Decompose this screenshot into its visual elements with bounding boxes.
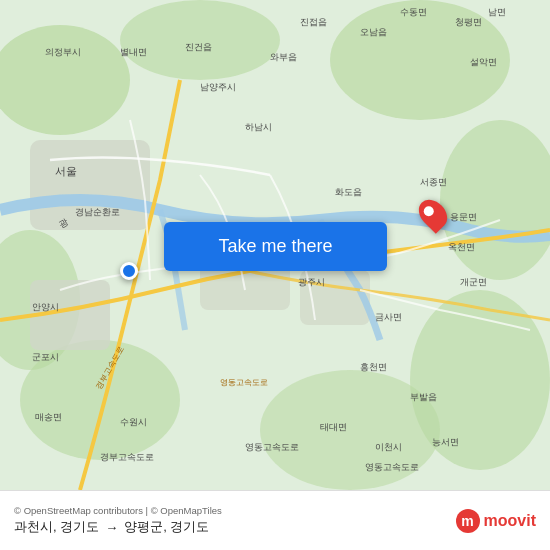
svg-text:안양시: 안양시 [32,302,59,312]
moovit-logo-text: moovit [484,512,536,530]
svg-text:태대면: 태대면 [320,422,347,432]
svg-text:서울: 서울 [55,165,77,177]
moovit-logo: m moovit [456,509,536,533]
svg-text:진접읍: 진접읍 [300,17,327,27]
svg-text:개군면: 개군면 [460,277,487,287]
take-me-there-button[interactable]: Take me there [164,222,387,271]
svg-text:수원시: 수원시 [120,417,147,427]
svg-text:흥천면: 흥천면 [360,362,387,372]
svg-text:수동면: 수동면 [400,7,427,17]
svg-text:별내면: 별내면 [120,47,147,57]
svg-text:영동고속도로: 영동고속도로 [220,378,268,387]
svg-text:능서면: 능서면 [432,437,459,447]
attribution-text: © OpenStreetMap contributors | © OpenMap… [14,505,222,516]
svg-point-6 [260,370,440,490]
destination-text: 양평군, 경기도 [124,518,209,536]
origin-text: 과천시, 경기도 [14,518,99,536]
svg-text:옥천면: 옥천면 [448,242,475,252]
arrow-icon: → [105,520,118,535]
svg-text:부발읍: 부발읍 [410,392,437,402]
svg-text:영동고속도로: 영동고속도로 [365,462,419,472]
svg-text:군포시: 군포시 [32,352,59,362]
route-line: 과천시, 경기도 → 양평군, 경기도 [14,518,222,536]
svg-text:화도읍: 화도읍 [335,187,362,197]
svg-text:이천시: 이천시 [375,442,402,452]
map-container[interactable]: 서울 안양시 군포시 매송면 수원시 성남시 광주시 금사면 흥천면 부발읍 개… [0,0,550,490]
svg-text:남양주시: 남양주시 [200,82,236,92]
svg-text:경부고속도로: 경부고속도로 [100,452,154,462]
bottom-left-section: © OpenStreetMap contributors | © OpenMap… [14,505,222,536]
svg-text:설악면: 설악면 [470,57,497,67]
svg-text:청평면: 청평면 [455,17,482,27]
svg-text:용문면: 용문면 [450,212,477,222]
svg-text:경남순환로: 경남순환로 [75,207,120,217]
svg-text:남면: 남면 [488,7,506,17]
svg-text:하남시: 하남시 [245,122,272,132]
svg-text:서종면: 서종면 [420,177,447,187]
svg-text:영동고속도로: 영동고속도로 [245,442,299,452]
moovit-logo-icon: m [456,509,480,533]
svg-text:의정부시: 의정부시 [45,47,81,57]
svg-text:진건읍: 진건읍 [185,42,212,52]
svg-text:와부읍: 와부읍 [270,52,297,62]
svg-text:매송면: 매송면 [35,412,62,422]
origin-marker [120,262,138,280]
svg-text:오남읍: 오남읍 [360,27,387,37]
svg-text:광주시: 광주시 [298,277,325,287]
svg-point-2 [120,0,280,80]
svg-text:금사면: 금사면 [375,312,402,322]
destination-marker [421,198,445,230]
bottom-bar: © OpenStreetMap contributors | © OpenMap… [0,490,550,550]
